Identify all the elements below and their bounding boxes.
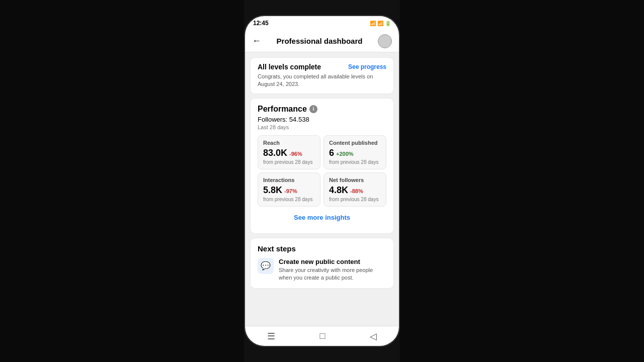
stat-reach-from: from previous 28 days bbox=[263, 159, 315, 165]
step-content-icon: 💬 bbox=[258, 258, 274, 274]
see-progress-link[interactable]: See progress bbox=[348, 63, 386, 70]
step-title: Create new public content bbox=[279, 258, 386, 265]
period-label: Last 28 days bbox=[258, 124, 386, 130]
stat-content-published[interactable]: Content published 6 +200% from previous … bbox=[324, 135, 386, 169]
step-content-text: Create new public content Share your cre… bbox=[279, 258, 386, 282]
stat-interactions-value: 5.8K bbox=[263, 185, 282, 196]
stat-reach-label: Reach bbox=[263, 140, 315, 146]
signal-icon: 📶 bbox=[377, 21, 383, 26]
nav-home-icon[interactable]: □ bbox=[320, 331, 326, 341]
stat-net-followers-label: Net followers bbox=[329, 177, 381, 183]
background-left bbox=[0, 0, 244, 362]
status-time: 12:45 bbox=[253, 20, 269, 27]
stat-interactions-from: from previous 28 days bbox=[263, 197, 315, 202]
wifi-icon: 📶 bbox=[370, 21, 376, 26]
stats-grid: Reach 83.0K -96% from previous 28 days C… bbox=[258, 135, 386, 207]
info-icon[interactable]: i bbox=[309, 105, 317, 113]
followers-count: Followers: 54.538 bbox=[258, 116, 386, 123]
next-step-item[interactable]: 💬 Create new public content Share your c… bbox=[258, 258, 386, 282]
bottom-navigation: ☰ □ ◁ bbox=[245, 326, 399, 346]
stat-content-label: Content published bbox=[329, 140, 381, 146]
stat-reach-value: 83.0K bbox=[263, 148, 287, 158]
stat-net-followers[interactable]: Net followers 4.8K -88% from previous 28… bbox=[324, 172, 386, 207]
nav-back-icon[interactable]: ◁ bbox=[370, 331, 377, 342]
stat-interactions-change: -97% bbox=[284, 188, 297, 194]
see-more-insights-button[interactable]: See more insights bbox=[265, 209, 379, 226]
performance-title: Performance bbox=[258, 105, 307, 114]
performance-section: Performance i Followers: 54.538 Last 28 … bbox=[250, 98, 394, 234]
app-header: ← Professional dashboard bbox=[245, 30, 399, 52]
stat-content-value: 6 bbox=[329, 148, 334, 158]
step-description: Share your creativity with more people w… bbox=[279, 266, 386, 282]
levels-description: Congrats, you completed all available le… bbox=[258, 73, 386, 88]
levels-header: All levels complete See progress bbox=[258, 63, 386, 71]
page-title: Professional dashboard bbox=[277, 37, 363, 45]
status-icons: 📶 📶 🔋 bbox=[370, 21, 391, 26]
avatar[interactable] bbox=[378, 34, 392, 48]
stat-interactions-value-row: 5.8K -97% bbox=[263, 185, 315, 196]
stat-content-change: +200% bbox=[336, 151, 354, 157]
stat-reach-change: -96% bbox=[289, 151, 302, 157]
stat-content-value-row: 6 +200% bbox=[329, 148, 381, 158]
stat-net-followers-change: -88% bbox=[350, 188, 363, 194]
background-right bbox=[400, 0, 644, 362]
stat-content-from: from previous 28 days bbox=[329, 159, 381, 165]
stat-net-followers-value-row: 4.8K -88% bbox=[329, 185, 381, 196]
performance-header: Performance i bbox=[258, 105, 386, 114]
levels-title: All levels complete bbox=[258, 63, 321, 71]
stat-interactions[interactable]: Interactions 5.8K -97% from previous 28 … bbox=[258, 172, 320, 207]
nav-menu-icon[interactable]: ☰ bbox=[267, 331, 275, 342]
status-bar: 12:45 📶 📶 🔋 bbox=[245, 16, 399, 30]
next-steps-title: Next steps bbox=[258, 244, 386, 253]
levels-card: All levels complete See progress Congrat… bbox=[250, 57, 394, 94]
next-steps-section: Next steps 💬 Create new public content S… bbox=[250, 238, 394, 289]
stat-net-followers-from: from previous 28 days bbox=[329, 197, 381, 202]
battery-icon: 🔋 bbox=[385, 21, 391, 26]
stat-interactions-label: Interactions bbox=[263, 177, 315, 183]
back-button[interactable]: ← bbox=[252, 36, 261, 46]
stat-net-followers-value: 4.8K bbox=[329, 185, 348, 196]
main-content: All levels complete See progress Congrat… bbox=[245, 52, 399, 326]
phone-frame: 12:45 📶 📶 🔋 ← Professional dashboard All… bbox=[244, 15, 400, 347]
stat-reach[interactable]: Reach 83.0K -96% from previous 28 days bbox=[258, 135, 320, 169]
stat-reach-value-row: 83.0K -96% bbox=[263, 148, 315, 158]
